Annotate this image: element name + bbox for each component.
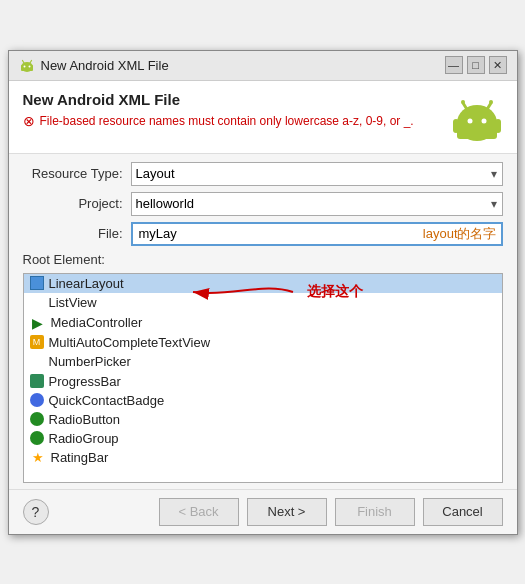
root-element-list[interactable]: LinearLayout ListView▶MediaControllerMMu… [23,273,503,483]
file-input[interactable] [131,222,503,246]
list-item-label: ListView [49,295,97,310]
progressbar-icon [30,374,44,388]
list-item-label: RadioGroup [49,431,119,446]
dialog-header-left: New Android XML File ⊗ File-based resour… [23,91,414,128]
back-button[interactable]: < Back [159,498,239,526]
list-item-label: QuickContactBadge [49,393,165,408]
list-item[interactable]: RadioGroup [24,429,502,448]
footer-right: < Back Next > Finish Cancel [159,498,503,526]
project-label: Project: [23,196,123,211]
file-label: File: [23,226,123,241]
close-button[interactable]: ✕ [489,56,507,74]
list-item[interactable]: ListView [24,293,502,313]
list-item-label: RatingBar [51,450,109,465]
list-item[interactable]: ProgressBar [24,372,502,391]
svg-point-15 [489,100,493,104]
minimize-button[interactable]: — [445,56,463,74]
file-row: File: layout的名字 [23,222,503,246]
ratingbar-icon: ★ [30,450,46,466]
project-select[interactable]: helloworld [131,192,503,216]
list-item[interactable]: LinearLayout [24,274,502,293]
list-item[interactable]: RadioButton [24,410,502,429]
error-icon: ⊗ [23,114,35,128]
svg-point-2 [23,66,25,68]
svg-point-8 [467,118,472,123]
project-select-wrapper: helloworld [131,192,503,216]
svg-rect-7 [457,119,497,139]
svg-line-5 [30,61,32,64]
resource-type-row: Resource Type: Layout [23,162,503,186]
list-item[interactable]: QuickContactBadge [24,391,502,410]
list-item-label: LinearLayout [49,276,124,291]
file-input-wrapper: layout的名字 [131,222,503,246]
resource-type-label: Resource Type: [23,166,123,181]
list-item-label: NumberPicker [49,354,131,369]
svg-point-14 [461,100,465,104]
svg-line-4 [22,61,24,64]
footer-left: ? [23,499,49,525]
mediacontroller-icon: ▶ [30,315,46,331]
svg-point-3 [28,66,30,68]
maximize-button[interactable]: □ [467,56,485,74]
list-wrapper: LinearLayout ListView▶MediaControllerMMu… [23,273,503,483]
radio-icon [30,431,44,445]
dialog-header: New Android XML File ⊗ File-based resour… [9,81,517,154]
root-element-label: Root Element: [23,252,105,267]
next-button[interactable]: Next > [247,498,327,526]
dialog-container: New Android XML File — □ ✕ New Android X… [8,50,518,535]
resource-type-select-wrapper: Layout [131,162,503,186]
title-bar-left: New Android XML File [19,57,169,73]
listview-icon [30,295,44,311]
list-item-label: MultiAutoCompleteTextView [49,335,211,350]
error-text: File-based resource names must contain o… [40,114,414,128]
root-element-label-row: Root Element: [23,252,503,267]
resource-type-select[interactable]: Layout [131,162,503,186]
android-logo [451,91,503,143]
quickcontact-icon [30,393,44,407]
cancel-button[interactable]: Cancel [423,498,503,526]
title-bar-text: New Android XML File [41,58,169,73]
finish-button[interactable]: Finish [335,498,415,526]
title-bar: New Android XML File — □ ✕ [9,51,517,81]
svg-rect-1 [21,65,33,71]
list-item[interactable]: ★RatingBar [24,448,502,468]
list-item-label: ProgressBar [49,374,121,389]
list-item[interactable]: MMultiAutoCompleteTextView [24,333,502,352]
radio-icon [30,412,44,426]
dialog-footer: ? < Back Next > Finish Cancel [9,489,517,534]
list-item[interactable]: NumberPicker [24,352,502,372]
linearlayout-icon [30,276,44,290]
list-item[interactable]: ▶MediaController [24,313,502,333]
numberpicker-icon [30,354,44,370]
list-item-label: MediaController [51,315,143,330]
android-small-icon [19,57,35,73]
dialog-heading: New Android XML File [23,91,414,108]
svg-rect-12 [453,119,459,133]
svg-point-9 [481,118,486,123]
list-item-label: RadioButton [49,412,121,427]
help-button[interactable]: ? [23,499,49,525]
dialog-body: Resource Type: Layout Project: helloworl… [9,154,517,489]
multi-icon: M [30,335,44,349]
error-row: ⊗ File-based resource names must contain… [23,114,414,128]
svg-rect-13 [495,119,501,133]
project-row: Project: helloworld [23,192,503,216]
title-bar-controls: — □ ✕ [445,56,507,74]
